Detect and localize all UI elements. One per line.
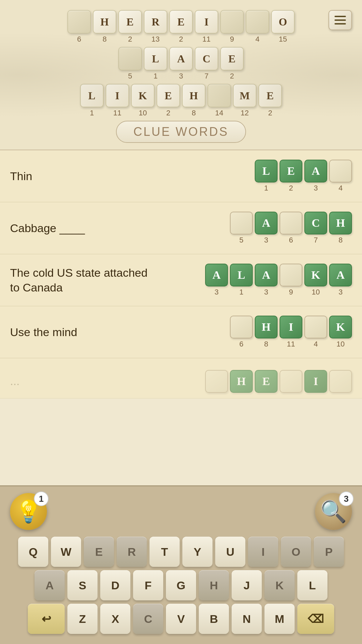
puzzle-tile[interactable]: E — [169, 10, 193, 34]
puzzle-tile[interactable]: L — [80, 84, 104, 107]
ans-number: 5 — [239, 236, 243, 245]
magnify-hint-button[interactable]: 🔍 3 — [315, 493, 352, 530]
ans-number: 7 — [314, 236, 318, 245]
ans-number: 8 — [339, 236, 343, 245]
answer-tile — [304, 316, 327, 338]
answer-tile — [329, 370, 352, 393]
tile-col: K 10 — [131, 84, 155, 117]
clue-text: ... — [10, 374, 19, 388]
clue-item-partial[interactable]: ... H E I — [0, 358, 362, 398]
clue-words-label: CLUE WORDS — [116, 121, 246, 143]
key-d[interactable]: D — [100, 570, 130, 600]
puzzle-tile[interactable]: K — [131, 84, 155, 107]
puzzle-tile[interactable] — [118, 47, 142, 70]
clue-text: Use the mind — [10, 325, 77, 339]
key-v[interactable]: V — [166, 604, 196, 634]
bulb-hint-button[interactable]: 💡 1 — [10, 493, 47, 530]
tile-col: 9 — [220, 10, 244, 44]
ans-number: 3 — [314, 184, 318, 193]
tile-number: 1 — [154, 72, 158, 80]
clue-item-mind[interactable]: Use the mind 6 H 8 I 11 4 — [0, 306, 362, 358]
key-i[interactable]: I — [248, 537, 278, 567]
ans-col: I — [304, 370, 327, 393]
key-o[interactable]: O — [281, 537, 311, 567]
puzzle-tile[interactable]: E — [258, 84, 282, 107]
puzzle-tile[interactable] — [67, 10, 91, 34]
key-k[interactable]: K — [264, 570, 295, 600]
ans-number: 10 — [337, 340, 345, 348]
puzzle-tile[interactable]: O — [271, 10, 295, 34]
puzzle-tile[interactable]: E — [118, 10, 142, 34]
puzzle-tile[interactable] — [246, 10, 269, 34]
puzzle-tile[interactable]: I — [106, 84, 129, 107]
puzzle-tile[interactable]: M — [233, 84, 256, 107]
answer-tile: A — [255, 264, 278, 286]
tile-col: H 8 — [182, 84, 205, 117]
ans-col: E — [255, 370, 278, 393]
tile-col: H 8 — [93, 10, 116, 44]
key-g[interactable]: G — [166, 570, 196, 600]
puzzle-tile[interactable]: E — [157, 84, 180, 107]
puzzle-tile[interactable]: H — [182, 84, 205, 107]
key-c[interactable]: C — [133, 604, 163, 634]
answer-tile — [230, 212, 253, 234]
puzzle-tile[interactable]: L — [144, 47, 167, 70]
tile-number: 9 — [230, 35, 234, 44]
key-f[interactable]: F — [133, 570, 163, 600]
clue-item-alaska[interactable]: The cold US state attached to Canada A 3… — [0, 254, 362, 306]
tile-number: 5 — [128, 72, 132, 80]
key-m[interactable]: M — [264, 604, 295, 634]
answer-tile: H — [255, 316, 278, 338]
key-j[interactable]: J — [232, 570, 262, 600]
answer-tile: E — [255, 370, 278, 393]
key-x[interactable]: X — [100, 604, 130, 634]
puzzle-tile[interactable]: C — [195, 47, 218, 70]
ans-col: H 8 — [255, 316, 278, 348]
ans-col: A 3 — [304, 160, 327, 193]
key-b[interactable]: B — [199, 604, 229, 634]
clue-item-thin[interactable]: Thin L 1 E 2 A 3 4 — [0, 150, 362, 202]
tile-number: 10 — [139, 109, 147, 117]
key-l[interactable]: L — [297, 570, 327, 600]
key-h[interactable]: H — [199, 570, 229, 600]
puzzle-tile[interactable]: I — [195, 10, 218, 34]
puzzle-tile[interactable] — [220, 10, 244, 34]
puzzle-tile[interactable]: H — [93, 10, 116, 34]
key-delete[interactable]: ⌫ — [297, 604, 334, 634]
tile-col: L 1 — [80, 84, 104, 117]
answer-tiles: L 1 E 2 A 3 4 — [255, 160, 352, 193]
key-r[interactable]: R — [117, 537, 147, 567]
clue-item-cabbage[interactable]: Cabbage ____ 5 A 3 6 C 7 — [0, 202, 362, 254]
puzzle-tile[interactable]: R — [144, 10, 167, 34]
tile-col: E 2 — [220, 47, 244, 80]
tile-col: I 11 — [106, 84, 129, 117]
ans-col: L 1 — [255, 160, 278, 193]
key-y[interactable]: Y — [182, 537, 213, 567]
ans-col — [329, 370, 352, 393]
key-back-arrow[interactable]: ↩ — [28, 604, 65, 634]
key-q[interactable]: Q — [18, 537, 48, 567]
key-w[interactable]: W — [51, 537, 81, 567]
key-p[interactable]: P — [314, 537, 344, 567]
ans-col: 9 — [280, 264, 302, 297]
key-n[interactable]: N — [232, 604, 262, 634]
menu-icon — [335, 23, 346, 24]
key-a[interactable]: A — [35, 570, 65, 600]
ans-number: 3 — [264, 288, 268, 297]
answer-tile — [230, 316, 253, 338]
key-s[interactable]: S — [67, 570, 98, 600]
tile-col: C 7 — [195, 47, 218, 80]
menu-icon — [335, 19, 346, 21]
ans-number: 4 — [314, 340, 318, 348]
tile-number: 8 — [103, 35, 107, 44]
key-e[interactable]: E — [84, 537, 114, 567]
menu-button[interactable] — [328, 10, 352, 30]
answer-tile — [280, 370, 302, 393]
puzzle-tile[interactable] — [207, 84, 231, 107]
puzzle-tile[interactable]: E — [220, 47, 244, 70]
tile-number: 7 — [204, 72, 208, 80]
key-u[interactable]: U — [215, 537, 245, 567]
key-z[interactable]: Z — [67, 604, 98, 634]
key-t[interactable]: T — [149, 537, 180, 567]
puzzle-tile[interactable]: A — [169, 47, 193, 70]
